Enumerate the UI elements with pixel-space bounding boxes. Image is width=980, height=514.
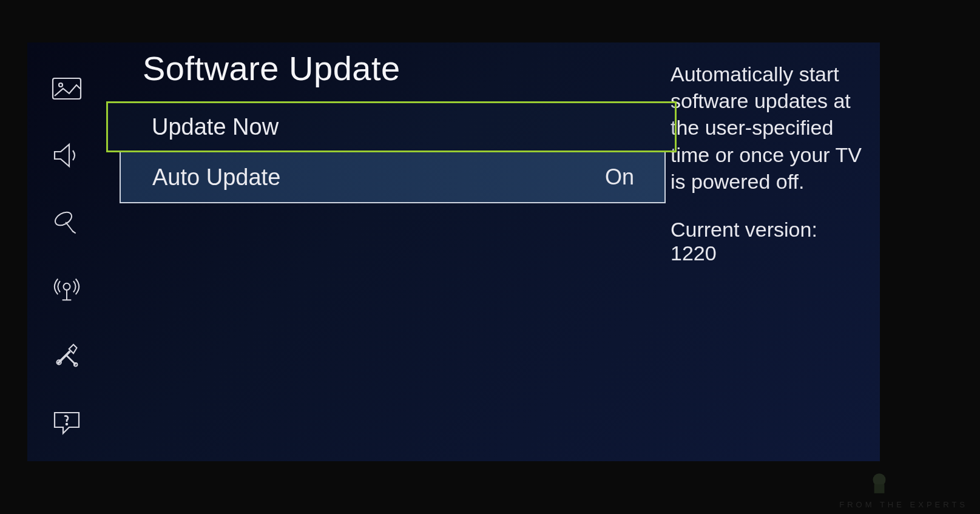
svg-rect-0 xyxy=(53,78,81,99)
settings-content: Software Update Update Now Auto Update O… xyxy=(106,49,664,461)
setting-description: Automatically start software updates at … xyxy=(671,61,862,195)
settings-sidebar xyxy=(27,42,106,461)
main-content: Software Update Update Now Auto Update O… xyxy=(106,42,880,461)
broadcasting-icon[interactable] xyxy=(50,209,83,235)
svg-point-3 xyxy=(64,283,70,290)
svg-point-7 xyxy=(873,473,886,486)
menu-item-value: On xyxy=(605,164,634,190)
picture-icon[interactable] xyxy=(50,76,83,101)
menu-item-update-now[interactable]: Update Now xyxy=(106,101,677,152)
sound-icon[interactable] xyxy=(50,143,83,168)
svg-rect-8 xyxy=(874,484,885,493)
info-panel: Automatically start software updates at … xyxy=(664,49,880,461)
current-version: Current version: 1220 xyxy=(671,218,862,265)
menu-list: Update Now Auto Update On xyxy=(106,101,664,203)
svg-point-1 xyxy=(59,83,63,87)
menu-item-auto-update[interactable]: Auto Update On xyxy=(120,152,666,203)
svg-point-6 xyxy=(66,424,67,425)
page-title: Software Update xyxy=(106,49,664,101)
svg-point-5 xyxy=(74,363,78,367)
tv-settings-screen: Software Update Update Now Auto Update O… xyxy=(27,42,880,461)
svg-point-2 xyxy=(53,209,74,228)
system-icon[interactable] xyxy=(50,343,83,368)
network-icon[interactable] xyxy=(50,276,83,302)
menu-item-label: Auto Update xyxy=(152,164,280,191)
support-icon[interactable] xyxy=(50,410,83,435)
watermark-text: FROM THE EXPERTS xyxy=(839,500,968,509)
watermark-logo-icon xyxy=(867,470,892,496)
menu-item-label: Update Now xyxy=(152,114,279,140)
